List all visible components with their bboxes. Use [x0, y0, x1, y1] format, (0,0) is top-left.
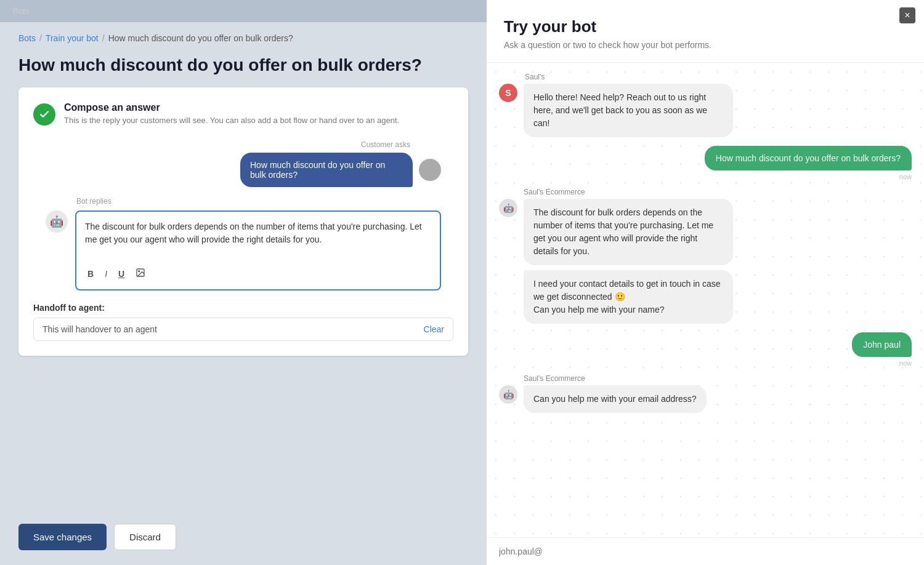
handoff-row: This will handover to an agent Clear — [33, 318, 453, 341]
editor-toolbar: B I U — [85, 266, 431, 281]
bot-row: 🤖 The discount for bulk orders depends o… — [46, 210, 441, 291]
top-bar: Bots — [0, 0, 487, 22]
timestamp-2: now — [499, 359, 912, 367]
bot-icon-2: 🤖 — [499, 385, 517, 404]
saul-avatar: S — [499, 84, 517, 102]
bot-reply-2-bubble: I need your contact details to get in to… — [524, 270, 733, 324]
bold-button[interactable]: B — [85, 268, 96, 280]
compose-text: Compose an answer This is the reply your… — [64, 102, 399, 125]
try-subtitle: Ask a question or two to check how your … — [504, 40, 907, 50]
bot-reply-1-row: 🤖 The discount for bulk orders depends o… — [499, 199, 912, 324]
user-question-bubble: How much discount do you offer on bulk o… — [705, 146, 912, 170]
check-icon — [33, 103, 55, 126]
bottom-actions: Save changes Discard — [0, 509, 487, 565]
user-question-row: How much discount do you offer on bulk o… — [499, 146, 912, 170]
customer-asks-label: Customer asks — [46, 140, 441, 149]
underline-button[interactable]: U — [116, 268, 127, 280]
bot-icon-1: 🤖 — [499, 199, 517, 217]
breadcrumb-sep-2: / — [102, 33, 105, 43]
customer-bubble: How much discount do you offer on bulk o… — [240, 153, 413, 187]
bot-reply-1-bubble: The discount for bulk orders depends on … — [524, 199, 733, 265]
breadcrumb: Bots / Train your bot / How much discoun… — [0, 22, 487, 49]
save-button[interactable]: Save changes — [18, 524, 107, 550]
italic-button[interactable]: I — [102, 268, 110, 280]
try-header: Try your bot Ask a question or two to ch… — [487, 0, 924, 63]
svg-point-1 — [139, 271, 140, 272]
saul-greeting-bubble: Hello there! Need help? Reach out to us … — [524, 84, 733, 137]
bot-replies-group: The discount for bulk orders depends on … — [524, 199, 733, 324]
clear-button[interactable]: Clear — [424, 324, 444, 334]
right-panel: × Try your bot Ask a question or two to … — [487, 0, 924, 565]
customer-avatar — [419, 159, 441, 181]
user-reply-row: John paul — [499, 332, 912, 357]
chat-input[interactable] — [499, 547, 912, 556]
breadcrumb-train[interactable]: Train your bot — [46, 33, 99, 43]
breadcrumb-current: How much discount do you offer on bulk o… — [108, 33, 293, 43]
handoff-container: Handoff to agent: This will handover to … — [33, 303, 453, 341]
bot-replies-label: Bot replies — [46, 197, 441, 206]
breadcrumb-bots[interactable]: Bots — [18, 33, 36, 43]
try-title: Try your bot — [504, 17, 907, 36]
user-reply-bubble: John paul — [852, 332, 912, 357]
saul-greeting-row: S Hello there! Need help? Reach out to u… — [499, 84, 912, 137]
ecommerce-name-1: Saul's Ecommerce — [524, 188, 912, 196]
bot-reply-3-row: 🤖 Can you help me with your email addres… — [499, 385, 912, 413]
chat-input-area — [487, 537, 924, 565]
compose-header: Compose an answer This is the reply your… — [33, 102, 453, 126]
image-button[interactable] — [133, 266, 148, 281]
topbar-label: Bots — [12, 6, 30, 16]
ecommerce-name-2: Saul's Ecommerce — [524, 374, 912, 383]
handoff-value: This will handover to an agent — [43, 324, 418, 334]
content-card: Compose an answer This is the reply your… — [18, 87, 468, 356]
chat-area-inner: Saul's S Hello there! Need help? Reach o… — [499, 73, 912, 413]
page-title: How much discount do you offer on bulk o… — [0, 49, 487, 87]
close-button[interactable]: × — [899, 7, 915, 23]
bot-avatar: 🤖 — [46, 210, 68, 233]
compose-desc: This is the reply your customers will se… — [64, 116, 399, 125]
discard-button[interactable]: Discard — [114, 524, 176, 550]
chat-preview: Customer asks How much discount do you o… — [46, 140, 441, 291]
handoff-label: Handoff to agent: — [33, 303, 453, 313]
breadcrumb-sep-1: / — [39, 33, 42, 43]
left-panel: Bots Bots / Train your bot / How much di… — [0, 0, 487, 565]
chat-area: Saul's S Hello there! Need help? Reach o… — [487, 63, 924, 537]
timestamp-1: now — [499, 173, 912, 180]
compose-title: Compose an answer — [64, 102, 399, 113]
bot-reply-3-bubble: Can you help me with your email address? — [524, 385, 707, 413]
reply-editor[interactable]: The discount for bulk orders depends on … — [75, 210, 441, 291]
customer-bubble-row: How much discount do you offer on bulk o… — [46, 153, 441, 187]
reply-text[interactable]: The discount for bulk orders depends on … — [85, 220, 431, 246]
saul-name-1: Saul's — [499, 73, 912, 81]
